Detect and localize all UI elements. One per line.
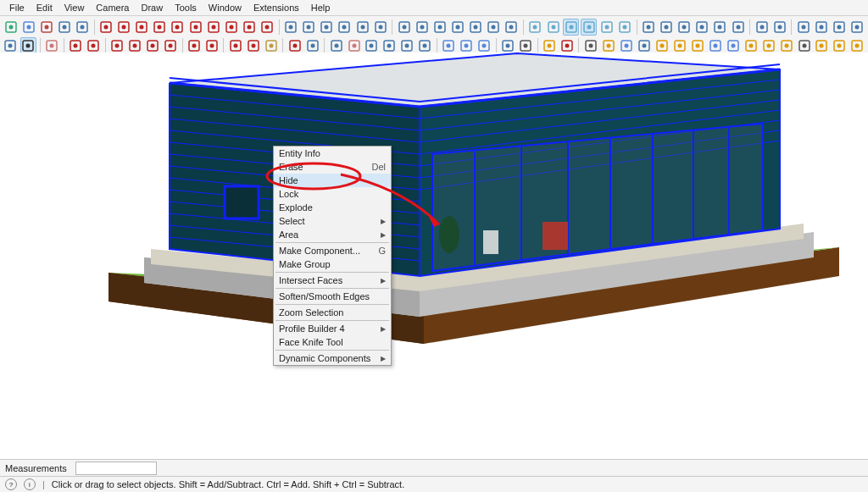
arc3-icon[interactable] bbox=[241, 19, 257, 36]
menu-edit[interactable]: Edit bbox=[31, 2, 58, 14]
bottom-icon[interactable] bbox=[504, 19, 520, 36]
zoom-icon[interactable] bbox=[3, 37, 19, 54]
ext7-icon[interactable] bbox=[654, 37, 670, 54]
rectangle-icon[interactable] bbox=[134, 19, 150, 36]
zoomext-icon[interactable] bbox=[399, 37, 415, 54]
rotate-icon[interactable] bbox=[245, 37, 261, 54]
solid6-icon[interactable] bbox=[730, 19, 746, 36]
today-icon[interactable] bbox=[3, 19, 19, 36]
dimension-icon[interactable] bbox=[301, 19, 317, 36]
eraser-icon[interactable] bbox=[44, 37, 60, 54]
select-icon[interactable] bbox=[20, 37, 36, 54]
ctx-select[interactable]: Select▶ bbox=[274, 214, 391, 228]
realtime-icon[interactable] bbox=[38, 19, 54, 36]
ext6-icon[interactable] bbox=[636, 37, 652, 54]
left-icon[interactable] bbox=[486, 19, 502, 36]
zoom2-icon[interactable] bbox=[364, 37, 380, 54]
ext11-icon[interactable] bbox=[725, 37, 741, 54]
followme-icon[interactable] bbox=[287, 37, 303, 54]
iso-icon[interactable] bbox=[396, 19, 412, 36]
ctx-soften-smooth-edges[interactable]: Soften/Smooth Edges bbox=[274, 290, 391, 303]
ctx-profile-builder-4[interactable]: Profile Builder 4▶ bbox=[274, 322, 391, 335]
move-icon[interactable] bbox=[227, 37, 243, 54]
ctx-lock[interactable]: Lock bbox=[274, 187, 391, 201]
ctx-explode[interactable]: Explode bbox=[274, 201, 391, 214]
solid2-icon[interactable] bbox=[659, 19, 675, 36]
menu-draw[interactable]: Draw bbox=[135, 2, 169, 14]
protractor-icon[interactable] bbox=[319, 19, 335, 36]
hidden-icon[interactable] bbox=[563, 19, 579, 36]
ext3-icon[interactable] bbox=[582, 37, 598, 54]
ext16-icon[interactable] bbox=[814, 37, 830, 54]
rotrect-icon[interactable] bbox=[152, 19, 168, 36]
ctx-face-knife-tool[interactable]: Face Knife Tool bbox=[274, 335, 391, 349]
rect2-icon[interactable] bbox=[109, 37, 125, 54]
menu-camera[interactable]: Camera bbox=[90, 2, 135, 14]
ext17-icon[interactable] bbox=[832, 37, 848, 54]
ext13-icon[interactable] bbox=[760, 37, 776, 54]
menu-extensions[interactable]: Extensions bbox=[248, 2, 305, 14]
menu-view[interactable]: View bbox=[58, 2, 91, 14]
3dtext-icon[interactable] bbox=[372, 19, 388, 36]
ctx-entity-info[interactable]: Entity Info bbox=[274, 146, 391, 160]
wireframe-icon[interactable] bbox=[545, 19, 561, 36]
undo-icon[interactable] bbox=[56, 19, 72, 36]
ctx-make-group[interactable]: Make Group bbox=[274, 257, 391, 271]
ext14-icon[interactable] bbox=[778, 37, 794, 54]
arc2-icon[interactable] bbox=[223, 19, 239, 36]
front-icon[interactable] bbox=[431, 19, 448, 36]
gear4-icon[interactable] bbox=[849, 19, 865, 36]
rotrect2-icon[interactable] bbox=[127, 37, 143, 54]
menu-tools[interactable]: Tools bbox=[169, 2, 203, 14]
gear2-icon[interactable] bbox=[813, 19, 829, 36]
arc2b-icon[interactable] bbox=[163, 37, 179, 54]
menu-window[interactable]: Window bbox=[203, 2, 248, 14]
ctx-hide[interactable]: Hide bbox=[274, 174, 391, 187]
pan-icon[interactable] bbox=[346, 37, 362, 54]
xray-icon[interactable] bbox=[527, 19, 543, 36]
redo-icon[interactable] bbox=[74, 19, 90, 36]
solid3-icon[interactable] bbox=[676, 19, 693, 36]
layers2-icon[interactable] bbox=[459, 37, 475, 54]
component-icon[interactable] bbox=[20, 19, 36, 36]
offset-icon[interactable] bbox=[203, 37, 220, 54]
scale-icon[interactable] bbox=[263, 37, 279, 54]
ctx-make-component-[interactable]: Make Component...G bbox=[274, 244, 391, 257]
ctx-zoom-selection[interactable]: Zoom Selection bbox=[274, 306, 391, 319]
circle2-icon[interactable] bbox=[145, 37, 161, 54]
top-icon[interactable] bbox=[414, 19, 430, 36]
ext12-icon[interactable] bbox=[743, 37, 759, 54]
layers3-icon[interactable] bbox=[476, 37, 492, 54]
circle-icon[interactable] bbox=[170, 19, 186, 36]
text-icon[interactable] bbox=[337, 19, 353, 36]
menu-file[interactable]: File bbox=[3, 2, 31, 14]
shaded-icon[interactable] bbox=[581, 19, 597, 36]
solid7-icon[interactable] bbox=[754, 19, 770, 36]
orbit-icon[interactable] bbox=[328, 37, 344, 54]
person-icon[interactable] bbox=[518, 37, 534, 54]
ctx-dynamic-components[interactable]: Dynamic Components▶ bbox=[274, 351, 391, 365]
zoomwin-icon[interactable] bbox=[381, 37, 398, 54]
solid1-icon[interactable] bbox=[640, 19, 656, 36]
newdoc-icon[interactable] bbox=[500, 37, 516, 54]
tape-icon[interactable] bbox=[283, 19, 299, 36]
axes-icon[interactable] bbox=[354, 19, 370, 36]
ext1-icon[interactable] bbox=[542, 37, 558, 54]
menu-help[interactable]: Help bbox=[305, 2, 337, 14]
right-icon[interactable] bbox=[449, 19, 465, 36]
ext8-icon[interactable] bbox=[671, 37, 687, 54]
freehand-icon[interactable] bbox=[116, 19, 132, 36]
ext18-icon[interactable] bbox=[849, 37, 865, 54]
line-icon[interactable] bbox=[98, 19, 114, 36]
solid8-icon[interactable] bbox=[771, 19, 787, 36]
shadedtex-icon[interactable] bbox=[598, 19, 615, 36]
ctx-erase[interactable]: EraseDel bbox=[274, 160, 391, 174]
pie-icon[interactable] bbox=[259, 19, 275, 36]
section-icon[interactable] bbox=[304, 37, 320, 54]
gear3-icon[interactable] bbox=[831, 19, 847, 36]
layers1-icon[interactable] bbox=[441, 37, 457, 54]
ctx-intersect-faces[interactable]: Intersect Faces▶ bbox=[274, 274, 391, 287]
solid5-icon[interactable] bbox=[712, 19, 728, 36]
measurements-input[interactable] bbox=[75, 462, 157, 475]
polygon-icon[interactable] bbox=[187, 19, 203, 36]
